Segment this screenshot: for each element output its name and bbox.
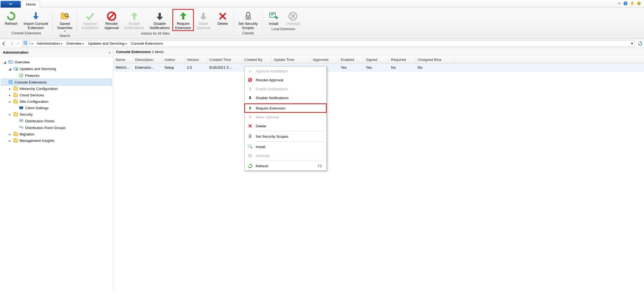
nav-tree: ◢Overview ◢Updates and Servicing +Featur… bbox=[0, 57, 113, 290]
ctx-require-extension[interactable]: Require Extension bbox=[245, 104, 326, 113]
back-button[interactable] bbox=[0, 40, 8, 47]
table-row[interactable]: WebVi... Extension... Setup 2.0 6/16/202… bbox=[113, 64, 644, 72]
ctx-delete[interactable]: Delete bbox=[245, 122, 326, 130]
breadcrumb-dropdown-icon[interactable]: ▾ bbox=[631, 41, 633, 46]
ctx-uninstall: Uninstall bbox=[245, 151, 326, 160]
ribbon: Refresh Import Console Extension Console… bbox=[0, 8, 644, 39]
make-optional-button: Make Optional bbox=[194, 9, 213, 31]
folder-icon bbox=[13, 100, 18, 103]
saved-searches-icon bbox=[59, 11, 70, 22]
breadcrumb-bar: \▸ Administration▸ Overview▸ Updates and… bbox=[0, 39, 644, 48]
tab-home[interactable]: Home bbox=[22, 1, 40, 8]
col-unsigned[interactable]: Unsigned Bina bbox=[415, 56, 455, 63]
grid-header[interactable]: Name Description Author Version Created … bbox=[113, 56, 644, 64]
col-update-time[interactable]: Update Time bbox=[271, 56, 311, 63]
help-icon[interactable]: ? bbox=[623, 1, 628, 6]
group-local-ext-label: Local Extension bbox=[271, 27, 295, 32]
cell-enabled: Yes bbox=[339, 64, 364, 71]
disable-notif-label: Disable Notifications bbox=[150, 22, 170, 30]
lock-icon bbox=[243, 11, 254, 22]
breadcrumb-overview[interactable]: Overview▸ bbox=[65, 41, 86, 46]
smiley-icon[interactable] bbox=[637, 1, 641, 6]
group-search-label: Search bbox=[60, 33, 70, 39]
refresh-nav-button[interactable] bbox=[636, 40, 644, 47]
breadcrumb-root[interactable]: \▸ bbox=[28, 41, 35, 46]
set-security-scopes-button[interactable]: Set Security Scopes bbox=[236, 9, 261, 31]
uninstall-label: Uninstall bbox=[286, 22, 300, 26]
require-ext-label: Require Extension bbox=[175, 22, 191, 30]
tree-updates[interactable]: ◢Updates and Servicing bbox=[1, 65, 112, 72]
svg-text:?: ? bbox=[625, 2, 627, 5]
col-author[interactable]: Author bbox=[162, 56, 185, 63]
svg-line-9 bbox=[68, 16, 69, 18]
cell-author: Setup bbox=[162, 64, 185, 71]
ctx-set-security-scopes[interactable]: Set Security Scopes bbox=[245, 132, 326, 141]
folder-icon bbox=[13, 87, 18, 91]
breadcrumb[interactable]: \▸ Administration▸ Overview▸ Updates and… bbox=[22, 40, 634, 47]
saved-searches-button[interactable]: Saved Searches ▼ bbox=[54, 9, 75, 33]
collapse-ribbon-icon[interactable] bbox=[618, 2, 621, 6]
col-enabled[interactable]: Enabled bbox=[339, 56, 364, 63]
tree-management-insights[interactable]: ▸Management Insights bbox=[1, 137, 112, 144]
col-approved[interactable]: Approved bbox=[311, 56, 339, 63]
tree-security[interactable]: ▸Security bbox=[1, 111, 112, 118]
ctx-refresh[interactable]: RefreshF5 bbox=[245, 161, 326, 170]
svg-rect-28 bbox=[19, 106, 23, 109]
collapse-sidebar-icon[interactable]: ‹ bbox=[109, 50, 110, 54]
ctx-install[interactable]: Install bbox=[245, 142, 326, 151]
tree-overview[interactable]: ◢Overview bbox=[1, 59, 112, 65]
disable-notifications-button[interactable]: Disable Notifications bbox=[147, 9, 172, 31]
svg-point-2 bbox=[632, 5, 633, 6]
revoke-approval-button[interactable]: Revoke Approval bbox=[102, 9, 121, 31]
import-label: Import Console Extension bbox=[23, 22, 48, 30]
server-group-icon bbox=[19, 125, 23, 130]
delete-button[interactable]: Delete bbox=[213, 9, 232, 31]
col-created-time[interactable]: Created Time bbox=[207, 56, 242, 63]
col-name[interactable]: Name bbox=[113, 56, 133, 63]
make-optional-label: Make Optional bbox=[197, 22, 210, 30]
ctx-approve-installation: Approve Installation bbox=[245, 66, 326, 75]
col-required[interactable]: Required bbox=[389, 56, 415, 63]
prohibit-icon bbox=[106, 11, 117, 22]
breadcrumb-updates[interactable]: Updates and Servicing▸ bbox=[86, 41, 129, 46]
tree-distribution-points[interactable]: Distribution Points bbox=[1, 118, 112, 124]
col-description[interactable]: Description bbox=[133, 56, 162, 63]
arrow-up-green-icon bbox=[129, 11, 140, 22]
col-created-by[interactable]: Created By bbox=[242, 56, 271, 63]
tree-client-settings[interactable]: Client Settings bbox=[1, 105, 112, 111]
refresh-button[interactable]: Refresh bbox=[2, 9, 21, 31]
bell-icon[interactable] bbox=[630, 1, 634, 6]
sidebar: Administration ‹ ◢Overview ◢Updates and … bbox=[0, 48, 113, 290]
svg-rect-33 bbox=[21, 127, 23, 128]
app-menu-button[interactable] bbox=[1, 1, 21, 8]
install-button[interactable]: Install bbox=[264, 9, 283, 27]
svg-rect-27 bbox=[9, 80, 12, 84]
svg-rect-7 bbox=[61, 13, 64, 14]
breadcrumb-admin[interactable]: Administration▸ bbox=[35, 41, 65, 46]
tree-siteconf[interactable]: ▸Site Configuration bbox=[1, 98, 112, 105]
require-extension-button[interactable]: Require Extension bbox=[172, 9, 194, 31]
history-dropdown[interactable] bbox=[16, 40, 20, 47]
breadcrumb-console-ext[interactable]: Console Extensions bbox=[129, 41, 165, 46]
tree-console-extensions[interactable]: Console Extensions bbox=[1, 79, 112, 85]
col-signed[interactable]: Signed bbox=[364, 56, 389, 63]
enable-notif-label: Enable Notifications bbox=[124, 22, 144, 30]
cell-created: 6/16/2021 5:... bbox=[207, 64, 242, 71]
ctx-revoke-approval[interactable]: Revoke Approval bbox=[245, 75, 326, 84]
svg-point-3 bbox=[637, 1, 641, 5]
tree-cloud[interactable]: ▸Cloud Services bbox=[1, 92, 112, 98]
folder-icon bbox=[13, 132, 18, 136]
delete-label: Delete bbox=[217, 22, 228, 26]
dropdown-arrow-icon: ▼ bbox=[64, 30, 66, 33]
x-red-icon bbox=[217, 11, 228, 22]
data-grid[interactable]: Name Description Author Version Created … bbox=[113, 56, 644, 72]
tree-distribution-point-groups[interactable]: Distribution Point Groups bbox=[1, 124, 112, 131]
uninstall-icon bbox=[287, 11, 299, 22]
ctx-disable-notifications[interactable]: Disable Notifications bbox=[245, 93, 326, 102]
svg-rect-29 bbox=[21, 109, 22, 110]
tree-migration[interactable]: ▸Migration bbox=[1, 131, 112, 137]
tree-features[interactable]: +Features bbox=[1, 72, 112, 79]
col-version[interactable]: Version bbox=[185, 56, 207, 63]
tree-hierarchy[interactable]: ▸Hierarchy Configuration bbox=[1, 85, 112, 92]
import-extension-button[interactable]: Import Console Extension bbox=[21, 9, 51, 31]
